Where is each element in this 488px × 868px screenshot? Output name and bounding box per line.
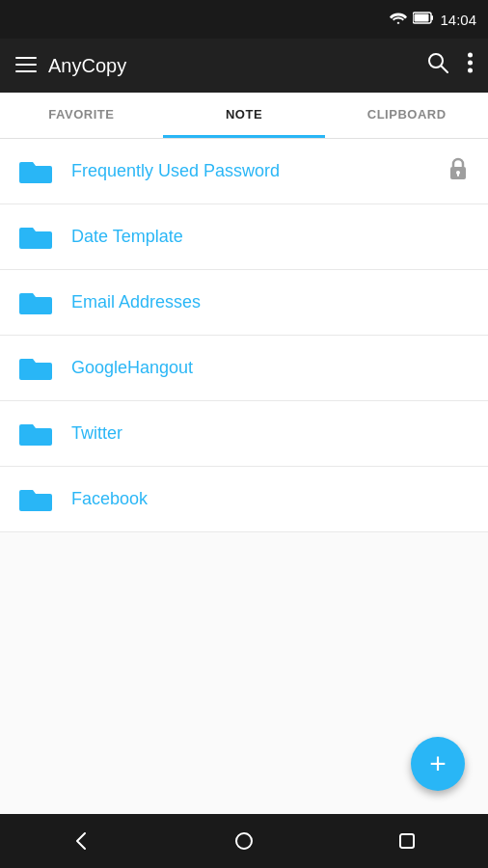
list-item[interactable]: Facebook <box>0 467 488 532</box>
add-icon: + <box>429 749 447 778</box>
folder-icon <box>19 355 52 382</box>
tab-clipboard[interactable]: CLIPBOARD <box>325 93 488 138</box>
list-item[interactable]: Date Template <box>0 204 488 270</box>
list-item[interactable]: Twitter <box>0 401 488 467</box>
search-icon[interactable] <box>427 52 448 79</box>
svg-point-14 <box>236 833 252 849</box>
time-display: 14:04 <box>440 12 476 28</box>
svg-rect-15 <box>400 834 414 848</box>
item-label: GoogleHangout <box>71 358 469 378</box>
status-icons: 14:04 <box>390 11 476 28</box>
folder-icon <box>19 420 52 448</box>
svg-rect-1 <box>431 15 433 20</box>
recent-button[interactable] <box>383 822 431 860</box>
svg-rect-13 <box>457 173 459 176</box>
battery-icon <box>413 12 434 27</box>
item-label: Date Template <box>71 227 469 247</box>
svg-rect-3 <box>15 57 37 59</box>
app-bar: AnyCopy <box>0 39 488 93</box>
svg-point-8 <box>468 53 473 58</box>
list-item[interactable]: Frequently Used Password <box>0 139 488 204</box>
nav-bar <box>0 814 488 868</box>
status-bar: 14:04 <box>0 0 488 39</box>
hamburger-icon[interactable] <box>15 55 37 77</box>
app-title: AnyCopy <box>48 55 427 77</box>
add-button[interactable]: + <box>411 737 465 791</box>
svg-line-7 <box>441 66 447 72</box>
item-label: Frequently Used Password <box>71 161 447 181</box>
note-list: Frequently Used Password Date Template E… <box>0 139 488 814</box>
list-item[interactable]: Email Addresses <box>0 270 488 336</box>
folder-icon <box>19 289 52 316</box>
item-label: Twitter <box>71 423 469 444</box>
tab-favorite[interactable]: FAVORITE <box>0 93 163 138</box>
back-button[interactable] <box>57 822 105 860</box>
wifi-icon <box>390 11 407 28</box>
folder-icon <box>19 486 52 513</box>
folder-icon <box>19 158 52 185</box>
more-icon[interactable] <box>468 52 473 79</box>
svg-rect-2 <box>415 14 429 22</box>
lock-icon <box>447 156 469 187</box>
tab-note[interactable]: NOTE <box>163 93 326 138</box>
svg-rect-5 <box>15 70 37 72</box>
home-button[interactable] <box>220 822 268 860</box>
svg-point-10 <box>468 68 473 73</box>
svg-rect-4 <box>15 64 37 66</box>
item-label: Email Addresses <box>71 292 469 312</box>
list-item[interactable]: GoogleHangout <box>0 336 488 401</box>
folder-icon <box>19 224 52 251</box>
svg-point-9 <box>468 61 473 66</box>
tab-bar: FAVORITE NOTE CLIPBOARD <box>0 93 488 139</box>
item-label: Facebook <box>71 489 469 509</box>
